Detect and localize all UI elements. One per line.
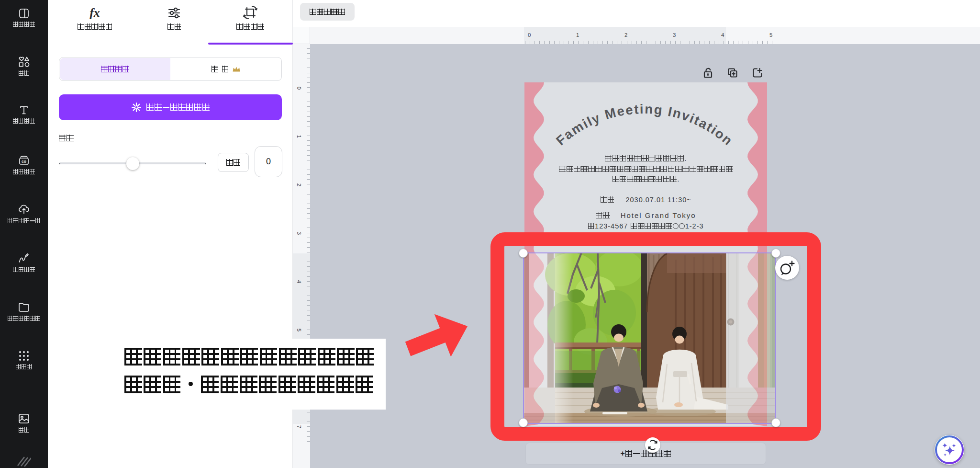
svg-text:co: co — [22, 159, 26, 164]
svg-text:Family Meeting Invitation: Family Meeting Invitation — [553, 102, 736, 148]
